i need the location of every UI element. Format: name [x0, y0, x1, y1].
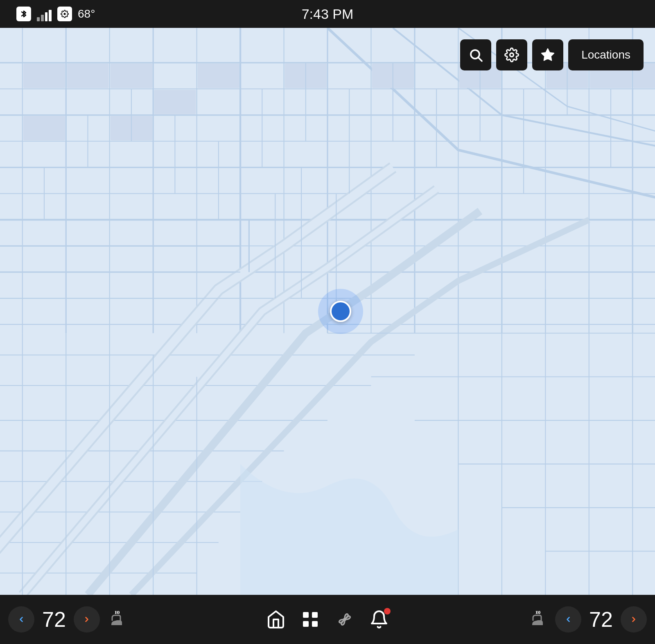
chevron-right-icon: [83, 615, 91, 624]
status-temperature: 68°: [78, 7, 95, 20]
svg-rect-54: [154, 90, 196, 114]
search-button[interactable]: [460, 39, 491, 70]
status-bar: 68° 7:43 PM: [0, 0, 655, 28]
right-temp-decrease[interactable]: [555, 606, 581, 633]
svg-point-87: [510, 53, 514, 57]
home-icon: [266, 610, 286, 629]
locations-button[interactable]: Locations: [568, 39, 644, 70]
right-temp-controls: 72: [529, 606, 647, 633]
chevron-right-icon-right: [630, 615, 638, 624]
chevron-left-icon-right: [564, 615, 572, 624]
left-seat-heat[interactable]: [108, 610, 126, 628]
apps-nav-button[interactable]: [300, 610, 320, 629]
star-icon: [540, 48, 555, 62]
signal-icon: [37, 7, 52, 21]
right-temp-display: 72: [555, 606, 647, 633]
svg-rect-52: [67, 63, 108, 88]
svg-rect-55: [23, 116, 65, 141]
right-seat-heat[interactable]: [529, 610, 547, 628]
left-temp-display: 72: [8, 606, 100, 633]
map-toolbar: Locations: [460, 39, 644, 70]
left-temp-controls: 72: [8, 606, 126, 633]
svg-rect-90: [312, 612, 318, 618]
grid-icon: [300, 610, 320, 629]
left-temp-increase[interactable]: [74, 606, 100, 633]
svg-line-86: [479, 58, 482, 61]
map-container[interactable]: Locations: [0, 28, 655, 595]
search-icon: [468, 48, 483, 62]
fan-icon: [335, 610, 355, 629]
bluetooth-icon: [16, 7, 31, 21]
svg-rect-92: [312, 621, 318, 627]
gear-icon: [504, 48, 519, 62]
right-temp-increase[interactable]: [621, 606, 647, 633]
location-dot: [318, 289, 363, 334]
location-dot-center: [330, 301, 351, 322]
notification-badge: [384, 608, 391, 615]
map-settings-button[interactable]: [496, 39, 527, 70]
svg-rect-57: [198, 63, 239, 88]
status-left: 68°: [16, 7, 95, 21]
left-temp-decrease[interactable]: [8, 606, 34, 633]
svg-rect-89: [303, 612, 309, 618]
notification-nav-button[interactable]: [369, 610, 389, 629]
chevron-left-icon: [17, 615, 25, 624]
seat-heat-right-icon: [529, 610, 547, 628]
svg-marker-88: [542, 49, 554, 61]
svg-rect-51: [23, 63, 65, 88]
left-temperature: 72: [38, 607, 70, 632]
bottom-bar: 72: [0, 595, 655, 644]
status-settings-icon[interactable]: [57, 7, 72, 21]
seat-heat-left-icon: [108, 610, 126, 628]
locations-label: Locations: [581, 48, 630, 61]
home-nav-button[interactable]: [266, 610, 286, 629]
fan-nav-button[interactable]: [335, 610, 355, 629]
favorites-button[interactable]: [532, 39, 563, 70]
svg-rect-53: [111, 63, 152, 88]
right-temperature: 72: [585, 607, 617, 632]
svg-rect-91: [303, 621, 309, 627]
status-time: 7:43 PM: [302, 6, 354, 22]
bottom-nav: [266, 610, 389, 629]
